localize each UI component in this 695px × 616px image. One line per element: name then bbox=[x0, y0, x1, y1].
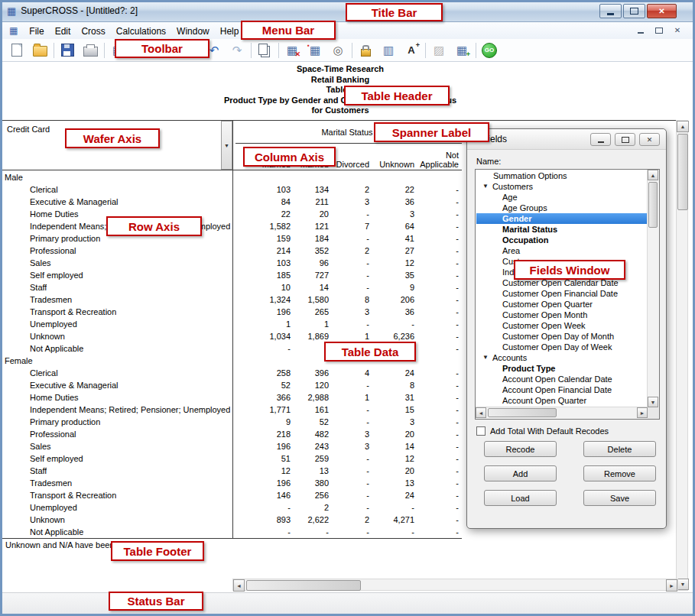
data-cell[interactable]: - bbox=[398, 368, 459, 378]
data-cell[interactable]: - bbox=[398, 258, 459, 267]
row-label[interactable]: Transport & Recreation bbox=[30, 307, 116, 316]
field-item-customers[interactable]: ▼Customers bbox=[476, 181, 648, 192]
row-label[interactable]: Staff bbox=[30, 466, 47, 475]
row-label[interactable]: Staff bbox=[30, 283, 47, 292]
data-cell[interactable]: - bbox=[398, 478, 459, 488]
remove-button[interactable]: Remove bbox=[583, 465, 656, 481]
data-cell[interactable]: - bbox=[398, 430, 459, 439]
fields-minimize-button[interactable] bbox=[590, 133, 611, 146]
data-cell[interactable]: - bbox=[398, 466, 459, 475]
menu-calculations[interactable]: Calculations bbox=[111, 24, 171, 39]
field-item-customer-open-financial-date[interactable]: Customer Open Financial Date bbox=[476, 288, 648, 299]
row-label[interactable]: Independent Means; Retired; Pensioner; U… bbox=[30, 405, 230, 414]
row-label[interactable]: Female bbox=[5, 356, 33, 365]
field-item-customer-open-day-of-month[interactable]: Customer Open Day of Month bbox=[476, 331, 648, 342]
toolbar-print-button[interactable] bbox=[80, 41, 100, 60]
row-label[interactable]: Not Applicable bbox=[30, 527, 83, 537]
toolbar-new-document-button[interactable] bbox=[7, 41, 27, 60]
data-cell[interactable]: - bbox=[398, 417, 459, 426]
menu-window[interactable]: Window bbox=[171, 24, 215, 39]
row-label[interactable]: Unknown bbox=[30, 515, 65, 524]
field-item-gender[interactable]: Gender bbox=[476, 213, 648, 224]
field-item-summation-options[interactable]: Summation Options bbox=[476, 170, 648, 181]
field-item-product-type[interactable]: Product Type bbox=[476, 363, 648, 374]
row-label[interactable]: Unknown bbox=[30, 332, 65, 341]
data-cell[interactable]: - bbox=[398, 515, 459, 524]
row-label[interactable]: Executive & Managerial bbox=[30, 381, 119, 390]
scroll-left-icon[interactable]: ◄ bbox=[233, 579, 245, 592]
toolbar-select-table-button[interactable]: ▦▪ bbox=[305, 41, 325, 60]
row-label[interactable]: Transport & Recreation bbox=[30, 491, 116, 500]
scroll-left-icon[interactable]: ◄ bbox=[476, 407, 486, 418]
field-item-account-open-financial-date[interactable]: Account Open Financial Date bbox=[476, 384, 648, 395]
toolbar-save-button[interactable] bbox=[57, 41, 77, 60]
toolbar-table-columns-button[interactable]: ▥ bbox=[378, 41, 398, 60]
field-item-accounts[interactable]: ▼Accounts bbox=[476, 352, 648, 363]
row-label[interactable]: Tradesmen bbox=[30, 478, 72, 488]
row-label[interactable]: Not Applicable bbox=[30, 344, 83, 353]
save-button[interactable]: Save bbox=[583, 490, 656, 506]
field-item-customer-open-quarter[interactable]: Customer Open Quarter bbox=[476, 299, 648, 310]
row-label[interactable]: Sales bbox=[30, 442, 51, 451]
toolbar-copy-button[interactable] bbox=[255, 41, 274, 60]
scroll-down-icon[interactable]: ▼ bbox=[648, 397, 658, 407]
minimize-button[interactable] bbox=[599, 4, 622, 18]
row-label[interactable]: Self employed bbox=[30, 271, 83, 280]
data-cell[interactable]: - bbox=[398, 283, 459, 292]
data-cell[interactable]: - bbox=[398, 491, 459, 500]
toolbar-lock-button[interactable] bbox=[356, 41, 375, 60]
child-restore-button[interactable] bbox=[651, 24, 667, 37]
row-label[interactable]: Professional bbox=[30, 430, 76, 439]
toolbar-redo-button[interactable]: ↷ bbox=[227, 41, 247, 60]
toolbar-go-button[interactable]: GO bbox=[479, 41, 499, 60]
child-window-icon[interactable]: ▦ bbox=[9, 26, 18, 35]
data-cell[interactable]: - bbox=[398, 307, 459, 316]
delete-button[interactable]: Delete bbox=[583, 441, 656, 457]
data-cell[interactable]: - bbox=[398, 527, 459, 537]
data-cell[interactable]: - bbox=[398, 222, 459, 231]
fields-close-button[interactable]: ✕ bbox=[639, 133, 660, 146]
data-cell[interactable]: - bbox=[398, 295, 459, 304]
row-label[interactable]: Home Duties bbox=[30, 209, 79, 219]
toolbar-target-button[interactable]: ◎ bbox=[328, 41, 348, 60]
row-label[interactable]: Professional bbox=[30, 246, 76, 255]
recode-button[interactable]: Recode bbox=[484, 441, 557, 457]
fields-vscroll-thumb[interactable] bbox=[648, 182, 658, 228]
add-total-checkbox[interactable] bbox=[476, 426, 486, 436]
field-item-account-open-quarter[interactable]: Account Open Quarter bbox=[476, 395, 648, 406]
field-item-area[interactable]: Area bbox=[476, 245, 648, 256]
data-cell[interactable]: - bbox=[398, 442, 459, 451]
horizontal-scroll-thumb[interactable] bbox=[246, 580, 361, 591]
child-close-button[interactable]: ✕ bbox=[670, 24, 685, 37]
toolbar-open-file-button[interactable] bbox=[30, 41, 50, 60]
data-cell[interactable]: - bbox=[398, 185, 459, 194]
load-button[interactable]: Load bbox=[484, 490, 557, 506]
data-cell[interactable]: - bbox=[398, 209, 459, 219]
field-item-customer-open-month[interactable]: Customer Open Month bbox=[476, 310, 648, 320]
menu-edit[interactable]: Edit bbox=[50, 24, 76, 39]
data-cell[interactable]: - bbox=[398, 393, 459, 402]
field-item-customer-open-week[interactable]: Customer Open Week bbox=[476, 320, 648, 331]
row-label[interactable]: Clerical bbox=[30, 185, 58, 194]
row-label[interactable]: Unemployed bbox=[30, 503, 77, 512]
menu-cross[interactable]: Cross bbox=[76, 24, 110, 39]
row-label[interactable]: Home Duties bbox=[30, 393, 79, 402]
field-item-account-open-calendar-date[interactable]: Account Open Calendar Date bbox=[476, 374, 648, 384]
row-label[interactable]: Primary production bbox=[30, 234, 100, 243]
field-item-age-groups[interactable]: Age Groups bbox=[476, 203, 648, 213]
fields-maximize-button[interactable] bbox=[615, 133, 635, 146]
scroll-up-icon[interactable]: ▲ bbox=[677, 121, 689, 132]
data-cell[interactable]: - bbox=[398, 332, 459, 341]
maximize-button[interactable] bbox=[623, 4, 645, 18]
row-label[interactable]: Primary production bbox=[30, 417, 100, 426]
field-item-marital-status[interactable]: Marital Status bbox=[476, 224, 648, 235]
scroll-up-icon[interactable]: ▲ bbox=[648, 170, 658, 180]
close-button[interactable]: ✕ bbox=[647, 4, 677, 18]
menu-help[interactable]: Help bbox=[215, 24, 245, 39]
toolbar-increase-font-button[interactable]: A+ bbox=[401, 41, 421, 60]
collapse-arrow-icon[interactable]: ▼ bbox=[482, 352, 489, 363]
add-button[interactable]: Add bbox=[484, 465, 557, 481]
row-label[interactable]: Sales bbox=[30, 258, 51, 267]
data-cell[interactable]: - bbox=[398, 503, 459, 512]
toolbar-diagonal-button[interactable]: ▨ bbox=[429, 41, 449, 60]
